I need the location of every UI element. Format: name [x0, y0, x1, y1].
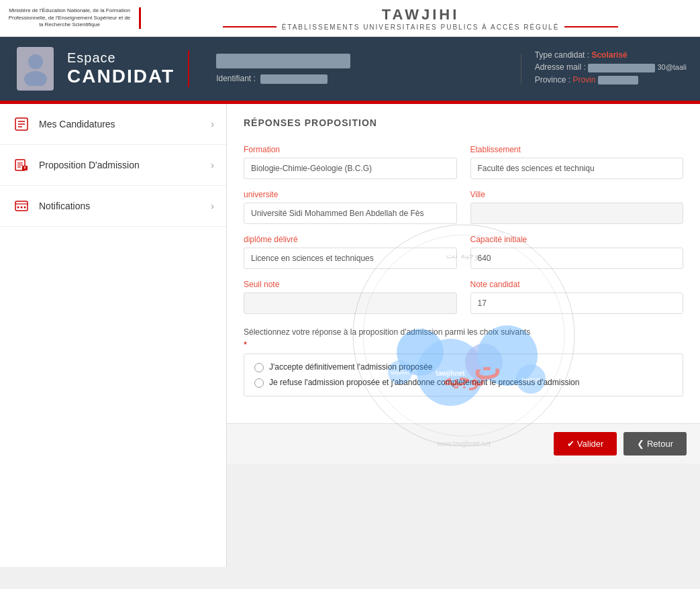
diplome-input[interactable] — [244, 248, 457, 269]
note-candidat-group: Note candidat — [470, 280, 684, 314]
province-row: Province : Provin — [535, 75, 687, 85]
svg-point-15 — [17, 207, 19, 209]
candidate-name-blurred — [216, 54, 350, 68]
etablissement-input[interactable] — [470, 158, 684, 179]
row-diplome-capacite: diplôme délivré Capacité initiale — [244, 235, 683, 269]
notifications-arrow: › — [211, 201, 214, 211]
identifiant-value-blurred — [260, 74, 328, 84]
ville-input[interactable] — [470, 203, 684, 224]
mes-candidatures-label: Mes Candidatures — [39, 119, 211, 129]
tawjihi-title: TAWJIHI — [148, 6, 693, 23]
row-universite-ville: universite Ville — [244, 190, 683, 224]
required-star: * — [244, 339, 683, 350]
note-candidat-input[interactable] — [470, 292, 684, 314]
candidat-title-block: Espace CANDIDAT — [67, 50, 189, 87]
seuil-group: Seuil note — [244, 280, 457, 314]
candidatures-icon — [12, 115, 31, 133]
formation-input[interactable] — [244, 158, 457, 179]
ville-label: Ville — [470, 190, 684, 199]
sidebar: Mes Candidatures › Proposition D'admissi… — [0, 104, 227, 567]
tawjihi-subtitle: ÉTABLISSEMENTS UNIVERSITAIRES PUBLICS À … — [148, 23, 693, 31]
formation-group: Formation — [244, 145, 457, 179]
identifiant-row: Identifiant : — [216, 74, 507, 84]
row-seuil-note: Seuil note Note candidat — [244, 280, 683, 314]
top-header: Ministère de l'Éducation Nationale, de l… — [0, 0, 700, 37]
sidebar-item-notifications[interactable]: Notifications › — [0, 186, 226, 227]
universite-label: universite — [244, 190, 457, 199]
province-value-blurred — [598, 76, 638, 85]
mes-candidatures-arrow: › — [211, 119, 214, 129]
sidebar-item-proposition-admission[interactable]: Proposition D'admission › — [0, 145, 226, 186]
retour-button[interactable]: ❮ Retour — [623, 432, 687, 456]
footer-bar: ✔ Valider ❮ Retour — [227, 423, 700, 464]
avatar — [13, 44, 57, 94]
capacite-group: Capacité initiale — [470, 235, 684, 269]
note-candidat-label: Note candidat — [470, 280, 684, 289]
valider-button[interactable]: ✔ Valider — [554, 432, 617, 456]
radio-refuse-circle — [254, 378, 264, 388]
radio-refuse[interactable]: Je refuse l'admission proposée et j'aban… — [254, 378, 672, 388]
universite-input[interactable] — [244, 203, 457, 224]
type-candidat-row: Type candidat : Scolarisé — [535, 50, 687, 60]
capacite-label: Capacité initiale — [470, 235, 684, 244]
svg-point-0 — [28, 54, 43, 69]
proposition-icon — [12, 156, 31, 174]
row-formation-etablissement: Formation Etablissement — [244, 145, 683, 179]
email-row: Adresse mail : 30@taali — [535, 62, 687, 72]
notifications-label: Notifications — [39, 201, 211, 211]
email-value-blurred — [588, 64, 655, 72]
diplome-label: diplôme délivré — [244, 235, 457, 244]
seuil-label: Seuil note — [244, 280, 457, 289]
svg-point-1 — [24, 71, 47, 86]
candidat-label: CANDIDAT — [67, 66, 174, 87]
formation-label: Formation — [244, 145, 457, 154]
svg-point-16 — [21, 207, 23, 209]
selection-title: Sélectionnez votre réponse à la proposit… — [244, 327, 683, 337]
capacite-input[interactable] — [470, 248, 684, 269]
selection-section: Sélectionnez votre réponse à la proposit… — [244, 327, 683, 396]
ministry-logo: Ministère de l'Éducation Nationale, de l… — [7, 7, 141, 28]
tawjihi-branding: TAWJIHI ÉTABLISSEMENTS UNIVERSITAIRES PU… — [148, 6, 693, 31]
notifications-icon — [12, 197, 31, 215]
proposition-admission-label: Proposition D'admission — [39, 160, 211, 170]
seuil-input[interactable] — [244, 292, 457, 314]
diplome-group: diplôme délivré — [244, 235, 457, 269]
candidat-info-center: Identifiant : — [203, 54, 521, 84]
ville-group: Ville — [470, 190, 684, 224]
svg-point-17 — [24, 207, 26, 209]
content-area: RÉPONSES PROPOSITION Formation Etablisse… — [227, 104, 700, 423]
espace-label: Espace — [67, 50, 174, 66]
main-layout: Mes Candidatures › Proposition D'admissi… — [0, 104, 700, 567]
radio-options-box: J'accepte définitivement l'admission pro… — [244, 354, 683, 396]
proposition-arrow: › — [211, 160, 214, 170]
sidebar-item-mes-candidatures[interactable]: Mes Candidatures › — [0, 104, 226, 145]
candidat-header: Espace CANDIDAT Identifiant : Type candi… — [0, 37, 700, 101]
section-title: RÉPONSES PROPOSITION — [244, 117, 683, 131]
radio-accept[interactable]: J'accepte définitivement l'admission pro… — [254, 362, 672, 372]
svg-rect-13 — [15, 201, 28, 211]
universite-group: universite — [244, 190, 457, 224]
radio-accept-circle — [254, 363, 264, 372]
etablissement-group: Etablissement — [470, 145, 684, 179]
candidat-info-right: Type candidat : Scolarisé Adresse mail :… — [521, 50, 687, 87]
etablissement-label: Etablissement — [470, 145, 684, 154]
